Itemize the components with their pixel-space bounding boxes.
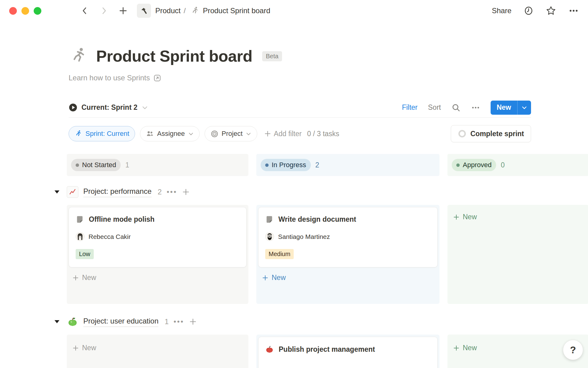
assignee-name: Santiago Martinez — [278, 233, 330, 240]
column-count: 2 — [315, 161, 319, 169]
forward-icon[interactable] — [100, 6, 108, 15]
runner-icon[interactable] — [69, 46, 89, 66]
group-label[interactable]: Project: user education — [83, 317, 158, 327]
sort-button[interactable]: Sort — [428, 103, 441, 112]
project-filter-chip[interactable]: Project — [205, 126, 257, 141]
complete-sprint-label: Complete sprint — [470, 130, 524, 138]
card-title: Publish project management — [279, 345, 375, 354]
add-card-label: New — [463, 213, 477, 221]
plus-icon — [453, 214, 460, 220]
add-filter-button[interactable]: Add filter — [264, 130, 302, 138]
add-card-button[interactable]: New — [256, 267, 439, 288]
project-filter-label: Project — [222, 130, 243, 138]
column-count: 1 — [125, 161, 129, 169]
page-icon — [265, 215, 273, 224]
group-options-icon[interactable]: ••• — [167, 188, 177, 196]
add-card-button[interactable]: New — [67, 335, 248, 358]
learn-link-label: Learn how to use Sprints — [69, 74, 150, 82]
beta-badge: Beta — [262, 51, 282, 61]
new-task-dropdown[interactable] — [518, 101, 531, 115]
current-view-label: Current: Sprint 2 — [81, 103, 138, 112]
add-card-label: New — [272, 274, 286, 282]
chevron-down-icon — [246, 131, 251, 137]
column-header-approved: Approved 0 — [447, 154, 588, 176]
hammer-icon — [140, 7, 148, 15]
column-approved-group-performance: New — [447, 205, 588, 304]
runner-icon — [74, 130, 82, 138]
view-switcher[interactable]: Current: Sprint 2 — [69, 103, 148, 112]
new-page-icon[interactable] — [119, 6, 128, 15]
status-pill-in-progress[interactable]: In Progress — [261, 159, 311, 171]
column-not-started-group-user-education: New — [67, 335, 248, 368]
status-dot — [456, 163, 460, 167]
assignee-filter-label: Assignee — [157, 130, 185, 138]
collapse-triangle-icon[interactable] — [54, 319, 60, 324]
column-header-in-progress: In Progress 2 — [256, 154, 439, 176]
breadcrumb-parent-icon[interactable] — [137, 4, 151, 18]
status-label: Approved — [463, 161, 492, 169]
breadcrumb-current[interactable]: Product Sprint board — [203, 6, 270, 15]
more-options-icon[interactable] — [568, 6, 579, 16]
page-icon — [76, 215, 84, 224]
card-title: Write design document — [278, 215, 356, 224]
window-controls — [9, 7, 41, 15]
avatar-rebecca — [76, 232, 85, 241]
add-card-button[interactable]: New — [447, 205, 588, 227]
share-button[interactable]: Share — [492, 6, 511, 15]
breadcrumb-parent[interactable]: Product — [155, 6, 181, 15]
view-options-icon[interactable] — [471, 103, 480, 112]
collapse-triangle-icon[interactable] — [54, 190, 60, 194]
add-card-label: New — [463, 344, 477, 352]
status-pill-approved[interactable]: Approved — [452, 159, 496, 171]
status-dot — [76, 163, 79, 167]
plus-icon — [264, 130, 271, 137]
group-label[interactable]: Project: performance — [83, 187, 152, 197]
favorite-star-icon[interactable] — [546, 6, 556, 16]
task-card-publish-project-management[interactable]: Publish project management — [258, 337, 438, 368]
add-card-label: New — [82, 274, 96, 282]
complete-sprint-button[interactable]: Complete sprint — [451, 125, 531, 142]
breadcrumb-separator: / — [184, 6, 186, 15]
column-count: 0 — [501, 161, 505, 169]
zoom-window-button[interactable] — [34, 7, 41, 15]
group-count: 2 — [158, 188, 162, 196]
column-in-progress-group-user-education: Publish project management — [256, 335, 439, 368]
updates-clock-icon[interactable] — [524, 6, 533, 16]
close-window-button[interactable] — [9, 7, 17, 15]
column-in-progress-group-performance: Write design document Santiago Martinez … — [256, 205, 439, 304]
help-label: ? — [570, 344, 576, 356]
help-button[interactable]: ? — [563, 340, 583, 360]
column-not-started-group-performance: Offline mode polish Rebecca Cakir Low — [67, 205, 248, 304]
search-icon[interactable] — [451, 103, 461, 112]
plus-icon — [453, 345, 460, 351]
minimize-window-button[interactable] — [21, 7, 29, 15]
kanban-board: Not Started 1 In Progress 2 Approved 0 P… — [67, 154, 588, 368]
task-card-offline-mode-polish[interactable]: Offline mode polish Rebecca Cakir Low — [69, 207, 247, 267]
status-dot — [265, 163, 269, 167]
target-icon — [210, 130, 219, 138]
avatar-santiago — [265, 232, 274, 241]
back-icon[interactable] — [81, 6, 89, 15]
task-card-write-design-document[interactable]: Write design document Santiago Martinez … — [258, 207, 438, 267]
learn-sprints-link[interactable]: Learn how to use Sprints — [69, 74, 161, 82]
page-header: Product Sprint board Beta — [69, 46, 588, 66]
add-filter-label: Add filter — [274, 130, 302, 138]
green-apple-icon — [67, 316, 78, 328]
sidebar-toggle-icon[interactable] — [56, 7, 68, 15]
add-card-button[interactable]: New — [67, 267, 248, 288]
sprint-filter-label: Sprint: Current — [85, 130, 129, 138]
assignee-name: Rebecca Cakir — [89, 233, 131, 240]
group-add-icon[interactable] — [182, 188, 190, 196]
assignee-filter-chip[interactable]: Assignee — [140, 126, 200, 141]
new-task-button[interactable]: New — [491, 101, 531, 115]
sprint-filter-chip[interactable]: Sprint: Current — [69, 126, 135, 141]
status-label: Not Started — [82, 161, 116, 169]
view-toolbar: Current: Sprint 2 Filter Sort New — [69, 98, 531, 118]
group-add-icon[interactable] — [189, 318, 197, 326]
chart-increasing-icon — [67, 186, 78, 198]
status-pill-not-started[interactable]: Not Started — [71, 159, 121, 171]
group-count: 1 — [164, 317, 168, 326]
plus-icon — [72, 274, 79, 281]
group-options-icon[interactable]: ••• — [174, 317, 184, 326]
filter-button[interactable]: Filter — [402, 103, 417, 112]
